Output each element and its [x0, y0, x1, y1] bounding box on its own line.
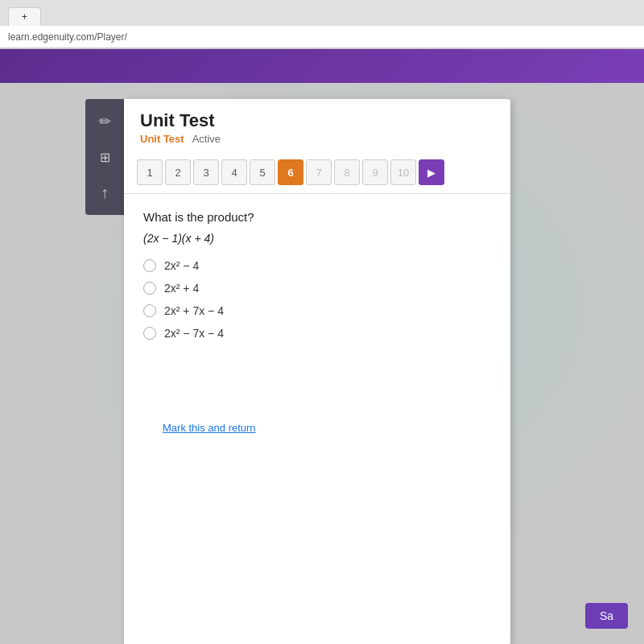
option-b[interactable]: 2x² + 4 — [143, 282, 491, 295]
calculator-button[interactable]: ⊞ — [89, 141, 121, 173]
page-btn-2[interactable]: 2 — [165, 159, 191, 185]
browser-tab[interactable]: + — [8, 7, 41, 26]
pencil-button[interactable]: ✏ — [89, 105, 121, 138]
option-c[interactable]: 2x² + 7x − 4 — [143, 304, 491, 317]
answer-options: 2x² − 4 2x² + 4 2x² + 7x − 4 2x² − 7x − … — [143, 259, 491, 340]
address-bar[interactable]: learn.edgenuity.com/Player/ — [0, 26, 644, 48]
radio-c[interactable] — [143, 304, 156, 317]
save-button[interactable]: Sa — [585, 603, 628, 629]
option-a[interactable]: 2x² − 4 — [143, 259, 491, 272]
tab-bar: + — [0, 0, 644, 26]
left-toolbar: ✏ ⊞ ↑ — [85, 99, 124, 215]
question-text: What is the product? — [143, 210, 491, 224]
option-d-text: 2x² − 7x − 4 — [164, 327, 224, 340]
content-area: ✏ ⊞ ↑ Unit Test Unit Test Active — [85, 99, 510, 644]
page-btn-10[interactable]: 10 — [390, 159, 416, 185]
radio-b[interactable] — [143, 282, 156, 295]
page-next-button[interactable]: ▶ — [419, 159, 444, 185]
save-area: Sa — [585, 603, 628, 629]
page-btn-9[interactable]: 9 — [362, 159, 388, 185]
purple-header — [0, 49, 644, 83]
question-expression: (2x − 1)(x + 4) — [143, 232, 491, 245]
option-d[interactable]: 2x² − 7x − 4 — [143, 327, 491, 340]
radio-d[interactable] — [143, 327, 156, 340]
page-btn-3[interactable]: 3 — [193, 159, 219, 185]
calculator-icon: ⊞ — [100, 150, 110, 165]
mark-return-link[interactable]: Mark this and return — [163, 422, 256, 434]
scroll-up-button[interactable]: ↑ — [89, 176, 121, 208]
option-c-text: 2x² + 7x − 4 — [164, 304, 224, 317]
page-btn-6[interactable]: 6 — [278, 159, 303, 185]
page-btn-8[interactable]: 8 — [334, 159, 360, 185]
page-btn-7[interactable]: 7 — [306, 159, 332, 185]
test-status-label: Active — [192, 133, 221, 145]
browser-chrome: + learn.edgenuity.com/Player/ — [0, 0, 644, 49]
pencil-icon: ✏ — [99, 113, 111, 130]
page-btn-5[interactable]: 5 — [250, 159, 275, 185]
test-title-area: Unit Test Unit Test Active — [124, 99, 510, 159]
pagination-bar: 1 2 3 4 5 6 7 8 9 10 ▶ — [124, 159, 510, 193]
question-panel: Unit Test Unit Test Active 1 2 3 4 5 6 7… — [124, 99, 510, 644]
option-b-text: 2x² + 4 — [164, 282, 199, 295]
page-btn-4[interactable]: 4 — [221, 159, 247, 185]
mark-return-area: Mark this and return — [143, 404, 491, 451]
page-btn-1[interactable]: 1 — [137, 159, 163, 185]
test-name-label: Unit Test — [140, 133, 184, 145]
radio-a[interactable] — [143, 259, 156, 272]
panel-header: Unit Test Unit Test Active 1 2 3 4 5 6 7… — [124, 99, 510, 193]
main-content: ✏ ⊞ ↑ Unit Test Unit Test Active — [0, 83, 644, 644]
test-subtitle: Unit Test Active — [140, 133, 494, 145]
url-text: learn.edgenuity.com/Player/ — [8, 31, 127, 43]
page-title: Unit Test — [140, 110, 494, 131]
up-arrow-icon: ↑ — [101, 184, 109, 202]
option-a-text: 2x² − 4 — [164, 259, 199, 272]
question-body: What is the product? (2x − 1)(x + 4) 2x²… — [124, 194, 510, 467]
